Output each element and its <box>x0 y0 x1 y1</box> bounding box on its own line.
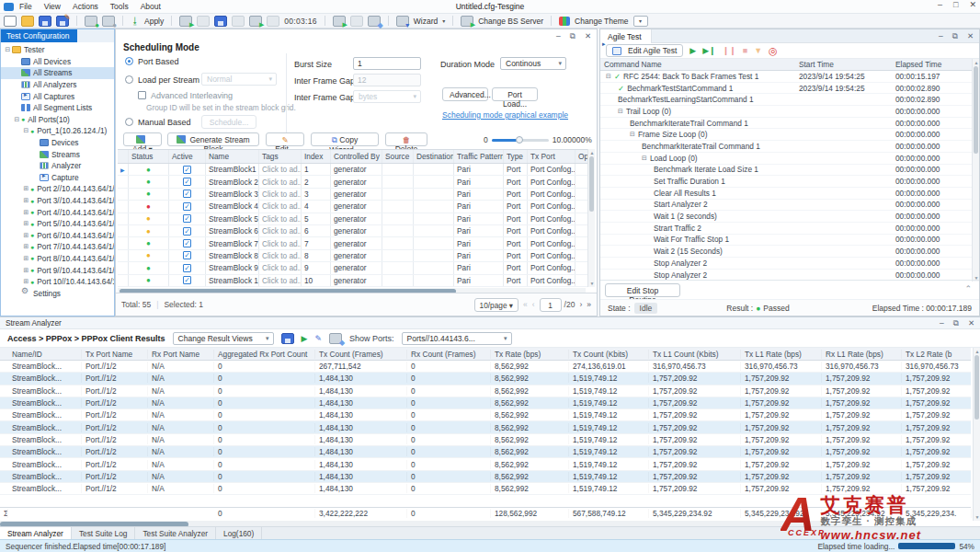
result-row[interactable]: StreamBlock...Port.//1/2N/A01,484,13008,… <box>0 409 971 421</box>
collapse-chevron-icon[interactable]: ⌃ <box>964 284 972 293</box>
active-checkbox[interactable]: ✓ <box>183 239 191 247</box>
command-row[interactable]: Strart Traffic 200:00:00.000 <box>600 223 979 235</box>
stream-table-vthumb[interactable] <box>589 156 594 212</box>
table-row[interactable]: ●✓StreamBlock 5Click to ad...5generatorP… <box>118 213 595 225</box>
result-row[interactable]: StreamBlock...Port.//1/2N/A01,484,13008,… <box>0 421 971 433</box>
command-expander-icon[interactable]: ⊟ <box>618 108 623 115</box>
active-cell[interactable]: ✓ <box>169 262 206 273</box>
agile-restore-button[interactable]: ⧉ <box>952 31 958 41</box>
record-icon[interactable]: ◎ <box>769 45 778 57</box>
command-row[interactable]: ⊟Frame Size Loop (0)00:00:00.000 <box>600 129 979 141</box>
tree-item[interactable]: Analyzer <box>1 160 114 172</box>
column-header[interactable]: Tx L2 Rate (b <box>902 350 971 359</box>
tree-expander-icon[interactable]: ⊞ <box>22 209 30 216</box>
tree-expander-icon[interactable]: ⊞ <box>22 278 30 285</box>
command-row[interactable]: Wait For Traffic Stop 100:00:00.000 <box>600 235 979 247</box>
change-bs-server-icon[interactable] <box>461 16 473 27</box>
active-checkbox[interactable]: ✓ <box>183 264 191 272</box>
command-row[interactable]: BenchmarkIterateTrail Command 100:00:00.… <box>600 118 979 130</box>
tree-item[interactable]: All Segment Lists <box>1 102 114 114</box>
column-header[interactable]: Controlled By <box>331 150 382 163</box>
active-cell[interactable]: ✓ <box>169 189 206 200</box>
tree-item[interactable]: Settings <box>1 287 114 299</box>
apply-icon[interactable]: ⭳ <box>131 16 140 26</box>
copy-wizard-button[interactable]: ⧉ Copy Wizard... <box>311 132 379 146</box>
open-config-icon[interactable] <box>21 16 34 27</box>
column-header[interactable]: Name/ID <box>8 350 82 359</box>
save-config-icon[interactable] <box>39 16 51 27</box>
page-input[interactable]: 1 <box>540 298 562 312</box>
column-header[interactable]: Source <box>382 150 414 163</box>
command-row[interactable]: Clear All Results 100:00:00.000 <box>600 188 979 200</box>
active-checkbox[interactable]: ✓ <box>183 166 191 174</box>
result-row[interactable]: StreamBlock...Port.//1/2N/A01,484,13008,… <box>0 471 971 483</box>
tree-item[interactable]: ⊞●Port 4//10.44.143.64/1/1 <box>1 206 114 218</box>
port-load-button[interactable]: Port Load... <box>492 87 538 101</box>
menu-file[interactable]: File <box>19 2 32 11</box>
result-row[interactable]: StreamBlock...Port.//1/2N/A01,484,13008,… <box>0 434 971 446</box>
edit-button[interactable]: ✎ Edit... <box>266 132 304 146</box>
tree-item[interactable]: ⊞●Port 5//10.44.143.64/1/1 <box>1 218 114 230</box>
tree-item[interactable]: ⊞●Port 8//10.44.143.64/1/1 <box>1 253 114 265</box>
column-header[interactable]: Traffic Pattern <box>454 150 504 163</box>
tree-item[interactable]: ⊞●Port 10//10.44.143.64/1/1 <box>1 276 114 288</box>
result-row[interactable]: StreamBlock...Port.//1/2N/A01,484,13008,… <box>0 458 971 470</box>
tree-item[interactable]: Streams <box>1 148 114 160</box>
tree-item[interactable]: ⊟●Port_1(10.26.124./1) <box>1 125 114 137</box>
command-row[interactable]: BenchmarkIterateTrail Command 100:00:00.… <box>600 141 979 153</box>
table-row[interactable]: ●✓StreamBlock 8Click to ad...8generatorP… <box>118 250 595 262</box>
radio-manual-icon[interactable] <box>125 118 133 126</box>
tree-item[interactable]: Capture <box>1 172 114 184</box>
radio-manual-based[interactable]: Manual Based <box>125 118 191 127</box>
start-capture-icon[interactable] <box>214 16 227 27</box>
column-header[interactable]: Status <box>129 150 169 163</box>
active-cell[interactable]: ✓ <box>169 225 206 236</box>
active-checkbox[interactable]: ✓ <box>183 227 191 236</box>
close-button[interactable]: ✕ <box>969 0 976 9</box>
wizard-dropdown-arrow[interactable]: ▾ <box>442 17 445 24</box>
tree-expander-icon[interactable]: ⊞ <box>22 243 30 250</box>
results-db-icon[interactable] <box>368 16 381 27</box>
panel-close-button[interactable]: ✕ <box>585 31 591 41</box>
tab-test-suite-log[interactable]: Test Suite Log <box>72 527 136 540</box>
column-header[interactable]: Rx Port Name <box>148 350 214 359</box>
first-page-button[interactable]: « <box>523 300 528 309</box>
column-header[interactable]: Tx L1 Count (Kbits) <box>649 350 741 359</box>
table-row[interactable]: ▶●✓StreamBlock1Click to ad...1generatorP… <box>118 164 595 176</box>
column-header[interactable]: Start Time <box>795 60 892 69</box>
slider-thumb[interactable] <box>516 136 523 144</box>
column-header[interactable]: Type <box>504 150 528 163</box>
maximize-button[interactable]: □ <box>953 0 958 9</box>
command-row[interactable]: ⊟Trail Loop (0)00:00:00.000 <box>600 106 979 118</box>
analyzer-close-button[interactable]: ✕ <box>968 318 974 328</box>
column-header[interactable]: Active <box>169 150 206 163</box>
tree-expander-icon[interactable]: ⊟ <box>13 116 21 123</box>
tree-item[interactable]: All Captures <box>1 90 114 102</box>
column-header[interactable]: Tx Count (Kbits) <box>569 350 649 359</box>
ifg-input[interactable]: 12 <box>353 74 421 86</box>
tree-expander-icon[interactable]: ⊟ <box>22 127 30 134</box>
command-row[interactable]: Set Traffic Duration 100:00:00.000 <box>600 176 979 188</box>
advanced-button[interactable]: Advanced... <box>442 87 488 101</box>
table-row[interactable]: ●✓StreamBlock 6Click to ad...6generatorP… <box>118 225 595 237</box>
command-row[interactable]: Benchmark Iterate Load Size 100:00:00.00… <box>600 165 979 177</box>
agile-close-button[interactable]: ✕ <box>967 31 974 41</box>
column-header[interactable]: Tx Rate (bps) <box>491 350 569 359</box>
active-cell[interactable]: ✓ <box>169 176 206 187</box>
clear-results-icon[interactable]: ✎ <box>315 334 323 343</box>
active-cell[interactable]: ✓ <box>169 201 206 212</box>
result-row[interactable]: StreamBlock...Port.//1/2N/A01,484,13008,… <box>0 397 971 409</box>
change-bs-server-button[interactable]: Change BS Server <box>478 17 543 26</box>
agile-vscrollbar[interactable]: ▲ ▼ <box>972 59 979 282</box>
analyzer-vscrollbar[interactable]: ▲ ▼ <box>973 348 980 521</box>
result-row[interactable]: StreamBlock...Port.//1/2N/A01,484,13008,… <box>0 483 971 495</box>
start-all-ports-icon[interactable] <box>179 16 192 27</box>
sequencer-start-icon[interactable] <box>333 16 346 27</box>
last-page-button[interactable]: » <box>587 300 591 309</box>
tree-expander-icon[interactable]: ⊞ <box>22 267 30 274</box>
load-slider[interactable]: 0 10.00000% <box>484 135 592 144</box>
tree-expander-icon[interactable]: ⊟ <box>4 46 12 53</box>
tree-item[interactable]: All Analyzers <box>1 79 114 91</box>
active-cell[interactable]: ✓ <box>169 164 206 175</box>
duration-mode-dropdown[interactable]: Continous <box>500 57 566 70</box>
